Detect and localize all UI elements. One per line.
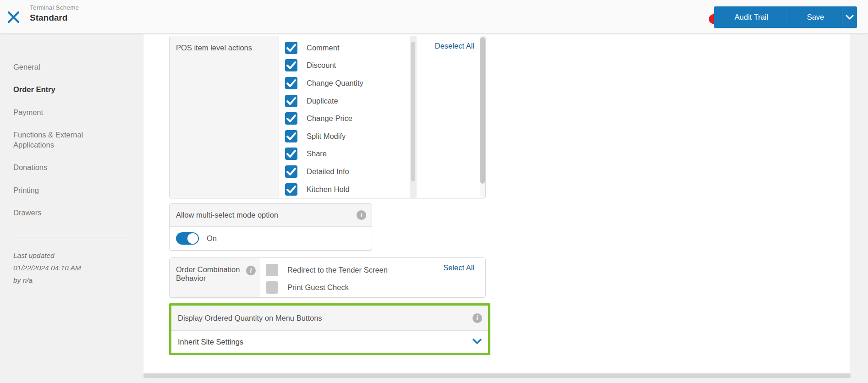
- list-item: Change Price: [279, 109, 410, 127]
- order-combination-behavior-section: Order Combination Behavior i Redirect to…: [169, 257, 486, 298]
- toggle-state-label: On: [207, 234, 217, 243]
- horizontal-scrollbar[interactable]: [143, 373, 851, 378]
- order-entry-settings-panel: POS item level actions Comment Discount …: [143, 34, 850, 373]
- sidebar-item-donations[interactable]: Donations: [13, 162, 130, 172]
- list-item: Change Quantity: [279, 74, 410, 92]
- dropdown-selected-value: Inherit Site Settings: [178, 338, 472, 346]
- chevron-down-icon: [846, 13, 854, 22]
- sidebar-divider: [13, 239, 130, 239]
- deselect-all-link[interactable]: Deselect All: [435, 42, 474, 50]
- option-label: Redirect to the Tender Screen: [287, 266, 388, 274]
- option-label: Discount: [307, 61, 336, 70]
- panel-scrollbar[interactable]: [480, 36, 485, 198]
- info-icon[interactable]: i: [357, 210, 366, 220]
- sidebar-item-printing[interactable]: Printing: [13, 185, 130, 195]
- app-header: Terminal Scheme Standard ! Audit Trail S…: [0, 0, 868, 34]
- settings-sidebar: General Order Entry Payment Functions & …: [0, 34, 143, 383]
- last-updated-date: 01/22/2024 04:10 AM: [13, 262, 130, 274]
- pos-item-level-actions-section: POS item level actions Comment Discount …: [169, 36, 486, 198]
- info-icon[interactable]: i: [246, 266, 256, 275]
- sidebar-item-payment[interactable]: Payment: [13, 107, 130, 117]
- select-all-link[interactable]: Select All: [443, 263, 474, 272]
- list-item: Comment: [279, 39, 410, 57]
- inner-scrollbar[interactable]: [410, 36, 417, 198]
- checkbox-comment[interactable]: [285, 42, 297, 54]
- header-action-buttons: Audit Trail Save: [714, 6, 857, 28]
- last-updated-label: Last updated: [13, 249, 130, 262]
- checkbox-share[interactable]: [285, 148, 297, 160]
- checkbox-redirect-tender-screen[interactable]: [266, 264, 278, 276]
- save-dropdown-button[interactable]: [842, 6, 857, 28]
- toggle-knob: [187, 233, 198, 244]
- option-label: Print Guest Check: [287, 283, 349, 292]
- list-item: Split Modify: [279, 127, 410, 145]
- page-title: Standard: [30, 13, 79, 23]
- multi-select-label: Allow multi-select mode option: [176, 211, 357, 219]
- sidebar-item-general[interactable]: General: [13, 62, 130, 72]
- option-label: Duplicate: [307, 97, 338, 105]
- list-item: Print Guest Check: [266, 279, 388, 297]
- option-label: Change Quantity: [307, 79, 363, 88]
- option-label: Comment: [307, 44, 340, 52]
- display-ordered-quantity-label: Display Ordered Quantity on Menu Buttons: [178, 314, 472, 323]
- close-icon[interactable]: [5, 9, 21, 25]
- multi-select-toggle[interactable]: [176, 232, 199, 245]
- option-label: Change Price: [307, 114, 352, 123]
- checkbox-discount[interactable]: [285, 59, 297, 71]
- checkbox-duplicate[interactable]: [285, 95, 297, 107]
- last-updated-by: by n/a: [13, 274, 130, 286]
- sidebar-item-order-entry[interactable]: Order Entry: [13, 84, 130, 94]
- info-icon[interactable]: i: [472, 313, 482, 323]
- panel-scrollbar-thumb[interactable]: [480, 37, 485, 184]
- checkbox-split-modify[interactable]: [285, 130, 297, 142]
- option-label: Detailed Info: [307, 167, 349, 176]
- option-label: Split Modify: [307, 132, 346, 141]
- entity-type-label: Terminal Scheme: [30, 4, 79, 11]
- checkbox-change-price[interactable]: [285, 112, 297, 125]
- list-item: Share: [279, 145, 410, 163]
- checkbox-detailed-info[interactable]: [285, 165, 297, 178]
- list-item: Kitchen Hold: [279, 181, 410, 198]
- option-label: Share: [307, 149, 327, 158]
- order-combination-label: Order Combination Behavior: [176, 265, 242, 283]
- multi-select-mode-section: Allow multi-select mode option i On: [169, 203, 372, 251]
- list-item: Detailed Info: [279, 163, 410, 181]
- pos-item-actions-list: Comment Discount Change Quantity Duplica…: [279, 36, 410, 198]
- inner-scrollbar-thumb[interactable]: [411, 42, 415, 181]
- pos-item-actions-label: POS item level actions: [170, 36, 279, 198]
- option-label: Kitchen Hold: [307, 185, 350, 194]
- checkbox-change-quantity[interactable]: [285, 77, 297, 89]
- page-title-block: Terminal Scheme Standard: [30, 4, 79, 23]
- save-button[interactable]: Save: [789, 6, 842, 28]
- list-item: Duplicate: [279, 92, 410, 110]
- checkbox-kitchen-hold[interactable]: [285, 183, 297, 196]
- sidebar-item-drawers[interactable]: Drawers: [13, 208, 130, 218]
- list-item: Redirect to the Tender Screen: [266, 261, 388, 279]
- audit-trail-button[interactable]: Audit Trail: [714, 6, 789, 28]
- display-ordered-quantity-section-highlighted: Display Ordered Quantity on Menu Buttons…: [169, 303, 490, 355]
- display-ordered-quantity-dropdown[interactable]: Inherit Site Settings: [171, 331, 488, 353]
- list-item: Discount: [279, 57, 410, 75]
- checkbox-print-guest-check[interactable]: [266, 281, 278, 294]
- sidebar-item-functions-external-applications[interactable]: Functions & External Applications: [13, 130, 87, 150]
- chevron-down-icon: [472, 338, 482, 346]
